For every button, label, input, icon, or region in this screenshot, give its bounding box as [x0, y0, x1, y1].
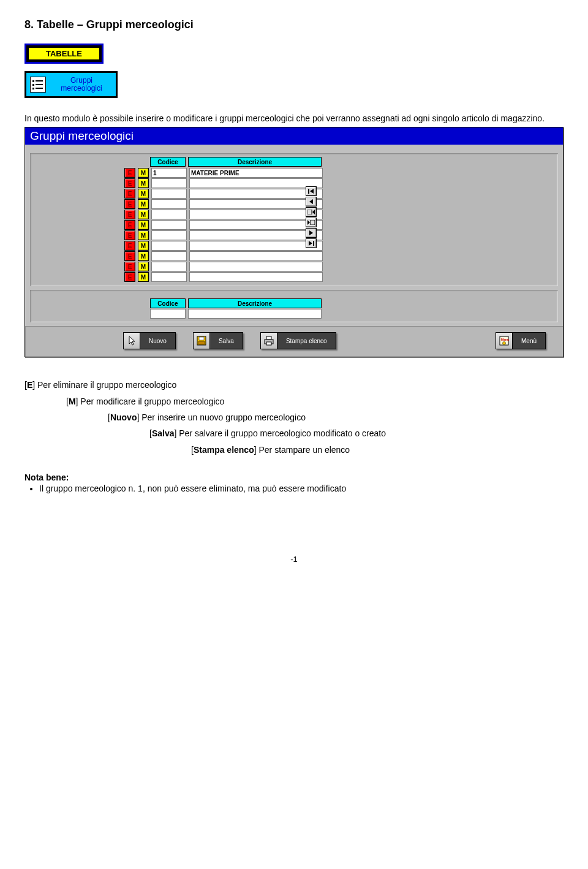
cell-codice[interactable]	[151, 230, 187, 240]
cell-codice[interactable]	[151, 241, 187, 251]
footer-input-codice[interactable]	[150, 309, 186, 319]
legend-salva: [Salva] Per salvare il gruppo merceologi…	[149, 427, 564, 440]
app-window: Gruppi merceologici Codice Descrizione E…	[24, 127, 564, 357]
delete-button[interactable]: E	[124, 230, 135, 240]
table-row: EM	[124, 272, 554, 282]
cell-descrizione[interactable]	[189, 178, 323, 188]
printer-icon	[260, 332, 277, 349]
svg-rect-6	[311, 220, 315, 225]
nav-last-button[interactable]	[306, 238, 317, 248]
grid-zone: Codice Descrizione EM1MATERIE PRIMEEMEME…	[30, 153, 558, 286]
cell-descrizione[interactable]	[189, 241, 323, 251]
svg-rect-14	[266, 336, 271, 340]
modify-button[interactable]: M	[138, 272, 149, 282]
delete-button[interactable]: E	[124, 199, 135, 209]
cell-descrizione[interactable]	[189, 272, 323, 282]
cell-codice[interactable]: 1	[151, 168, 187, 178]
footer-bar: Nuovo Salva Stampa elenco Menu Menù	[25, 326, 563, 357]
cell-codice[interactable]	[151, 220, 187, 230]
cell-codice[interactable]	[151, 178, 187, 188]
modify-button[interactable]: M	[138, 178, 149, 188]
nav-first-button[interactable]	[306, 186, 317, 196]
legend-m: [M] Per modificare il gruppo merceologic…	[66, 395, 564, 408]
cell-descrizione[interactable]	[189, 230, 323, 240]
menu-icon: Menu	[496, 332, 513, 349]
delete-button[interactable]: E	[124, 189, 135, 199]
footer-input-descrizione[interactable]	[188, 309, 322, 319]
salva-label: Salva	[210, 332, 243, 349]
intro-text: In questo modulo è possibile inserire o …	[24, 113, 564, 124]
table-row: EM	[124, 230, 554, 240]
delete-button[interactable]: E	[124, 220, 135, 230]
cell-codice[interactable]	[151, 272, 187, 282]
delete-button[interactable]: E	[124, 210, 135, 219]
nota-bene: Nota bene: Il gruppo merceologico n. 1, …	[24, 472, 564, 493]
table-row: EM	[124, 262, 554, 271]
svg-rect-16	[266, 342, 271, 345]
nav-rewind-button[interactable]	[306, 207, 317, 217]
cell-codice[interactable]	[151, 210, 187, 219]
delete-button[interactable]: E	[124, 241, 135, 251]
svg-marker-7	[309, 230, 313, 235]
cell-codice[interactable]	[151, 262, 187, 271]
legend-e: [E] Per eliminare il gruppo merceologico	[24, 378, 564, 392]
table-row: EM	[124, 241, 554, 251]
cell-descrizione[interactable]	[189, 220, 323, 230]
delete-button[interactable]: E	[124, 272, 135, 282]
modify-button[interactable]: M	[138, 189, 149, 199]
modify-button[interactable]: M	[138, 199, 149, 209]
table-row: EM	[124, 210, 554, 219]
nav-prev-button[interactable]	[306, 197, 317, 207]
cell-descrizione[interactable]	[189, 251, 323, 261]
modify-button[interactable]: M	[138, 210, 149, 219]
salva-button[interactable]: Salva	[193, 332, 243, 349]
svg-marker-4	[312, 210, 315, 214]
modify-button[interactable]: M	[138, 168, 149, 178]
svg-marker-10	[129, 336, 135, 345]
cursor-icon	[123, 332, 140, 349]
delete-button[interactable]: E	[124, 178, 135, 188]
table-row: EM	[124, 189, 554, 199]
modify-button[interactable]: M	[138, 220, 149, 230]
menu-label: Menù	[513, 332, 546, 349]
svg-marker-2	[309, 199, 313, 204]
cell-codice[interactable]	[151, 199, 187, 209]
footer-header-descrizione: Descrizione	[188, 298, 322, 308]
cell-codice[interactable]	[151, 251, 187, 261]
svg-text:Menu: Menu	[501, 338, 509, 341]
badge-gruppi: Gruppi merceologici	[24, 71, 118, 98]
cell-descrizione[interactable]	[189, 199, 323, 209]
menu-button[interactable]: Menu Menù	[496, 332, 546, 349]
table-row: EM	[124, 220, 554, 230]
badge-tabelle-label: TABELLE	[29, 48, 99, 59]
svg-rect-9	[313, 241, 314, 246]
nav-forward-button[interactable]	[306, 218, 317, 227]
nav-next-button[interactable]	[306, 228, 317, 238]
cell-descrizione[interactable]: MATERIE PRIME	[189, 168, 323, 178]
cell-descrizione[interactable]	[189, 262, 323, 271]
nota-bene-item: Il gruppo merceologico n. 1, non può ess…	[39, 484, 564, 493]
svg-point-19	[502, 342, 505, 345]
svg-rect-0	[308, 189, 309, 194]
modify-button[interactable]: M	[138, 251, 149, 261]
footer-header-codice: Codice	[150, 298, 186, 308]
stampa-label: Stampa elenco	[277, 332, 336, 349]
title-bar: Gruppi merceologici	[25, 127, 563, 145]
svg-rect-12	[199, 337, 204, 340]
stampa-button[interactable]: Stampa elenco	[260, 332, 336, 349]
modify-button[interactable]: M	[138, 241, 149, 251]
svg-marker-5	[307, 220, 310, 225]
svg-rect-13	[198, 341, 205, 344]
cell-descrizione[interactable]	[189, 210, 323, 219]
delete-button[interactable]: E	[124, 251, 135, 261]
nuovo-button[interactable]: Nuovo	[123, 332, 176, 349]
modify-button[interactable]: M	[138, 262, 149, 271]
svg-marker-1	[310, 189, 314, 194]
nav-buttons	[306, 186, 317, 248]
modify-button[interactable]: M	[138, 230, 149, 240]
legend-nuovo: [Nuovo] Per inserire un nuovo gruppo mer…	[108, 411, 564, 424]
delete-button[interactable]: E	[124, 168, 135, 178]
cell-codice[interactable]	[151, 189, 187, 199]
cell-descrizione[interactable]	[189, 189, 323, 199]
delete-button[interactable]: E	[124, 262, 135, 271]
